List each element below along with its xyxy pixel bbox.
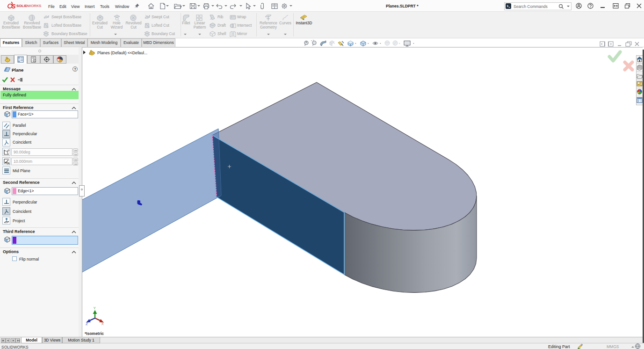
svg-text:OL: OL <box>7 162 10 165</box>
svg-text:Y: Y <box>94 306 96 310</box>
svg-text:Z: Z <box>86 322 88 326</box>
svg-text:A: A <box>8 149 10 152</box>
svg-text:S: S <box>12 3 16 10</box>
svg-text:*Isometric: *Isometric <box>85 331 104 336</box>
svg-text:X: X <box>101 322 104 326</box>
